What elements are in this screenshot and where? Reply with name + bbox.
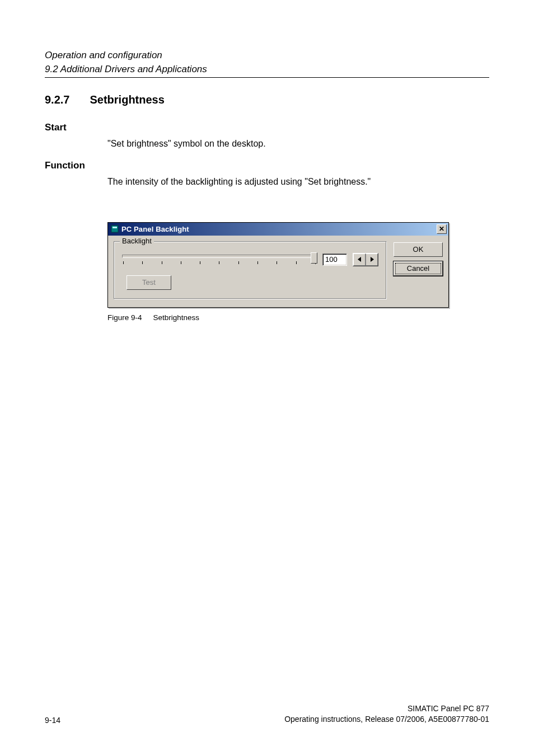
footer-right: SIMATIC Panel PC 877 Operating instructi… [284, 703, 489, 725]
svg-rect-0 [111, 226, 118, 232]
app-icon [110, 225, 119, 233]
backlight-groupbox: Backlight 100 [114, 241, 387, 299]
test-button[interactable]: Test [127, 275, 171, 290]
function-heading: Function [45, 160, 489, 171]
dialog-title: PC Panel Backlight [121, 225, 189, 233]
slider-thumb[interactable] [311, 252, 317, 264]
brightness-value: 100 [325, 255, 338, 264]
dialog-title-left: PC Panel Backlight [110, 225, 189, 233]
ok-button[interactable]: OK [394, 242, 443, 257]
figure-label: Figure 9-4 [107, 313, 142, 322]
brightness-spin [353, 253, 378, 266]
header-rule [45, 77, 489, 78]
ok-button-label: OK [413, 245, 424, 253]
running-header-line1: Operation and configuration [45, 49, 489, 62]
brightness-value-field[interactable]: 100 [322, 253, 347, 266]
slider-row: 100 [122, 253, 378, 266]
triangle-right-icon [370, 257, 374, 262]
page-footer: 9-14 SIMATIC Panel PC 877 Operating inst… [45, 703, 489, 725]
dialog-body: Backlight 100 [108, 236, 448, 307]
svg-rect-1 [113, 227, 117, 228]
slider-track [122, 255, 317, 258]
page-number: 9-14 [45, 716, 60, 725]
spin-decrease-button[interactable] [353, 253, 366, 266]
spin-increase-button[interactable] [366, 253, 378, 266]
cancel-button-label: Cancel [407, 264, 429, 273]
figure-caption: Figure 9-4 Setbrightness [107, 313, 489, 322]
triangle-left-icon [358, 257, 362, 262]
cancel-button[interactable]: Cancel [394, 261, 443, 276]
section-number: 9.2.7 [45, 93, 69, 106]
footer-doc: Operating instructions, Release 07/2006,… [284, 714, 489, 725]
brightness-slider[interactable] [122, 255, 317, 264]
figure-caption-text: Setbrightness [153, 313, 200, 322]
start-text: "Set brightness" symbol on the desktop. [107, 138, 489, 150]
svg-marker-3 [371, 257, 374, 262]
dialog-titlebar[interactable]: PC Panel Backlight ✕ [108, 223, 448, 236]
test-button-label: Test [142, 278, 156, 287]
section-title: Setbrightness [90, 93, 164, 106]
figure-wrap: PC Panel Backlight ✕ Backlight [107, 222, 489, 322]
start-heading: Start [45, 122, 489, 133]
close-button[interactable]: ✕ [437, 224, 447, 234]
groupbox-legend: Backlight [120, 237, 154, 245]
footer-product: SIMATIC Panel PC 877 [284, 703, 489, 714]
close-icon: ✕ [439, 225, 444, 233]
slider-ticks [122, 261, 317, 264]
running-header-line2: 9.2 Additional Drivers and Applications [45, 63, 489, 76]
dialog-button-column: OK Cancel [394, 241, 443, 276]
svg-marker-2 [358, 257, 361, 262]
dialog-window: PC Panel Backlight ✕ Backlight [107, 222, 449, 308]
function-text: The intensity of the backlighting is adj… [107, 176, 489, 188]
section-heading: 9.2.7 Setbrightness [45, 93, 489, 106]
